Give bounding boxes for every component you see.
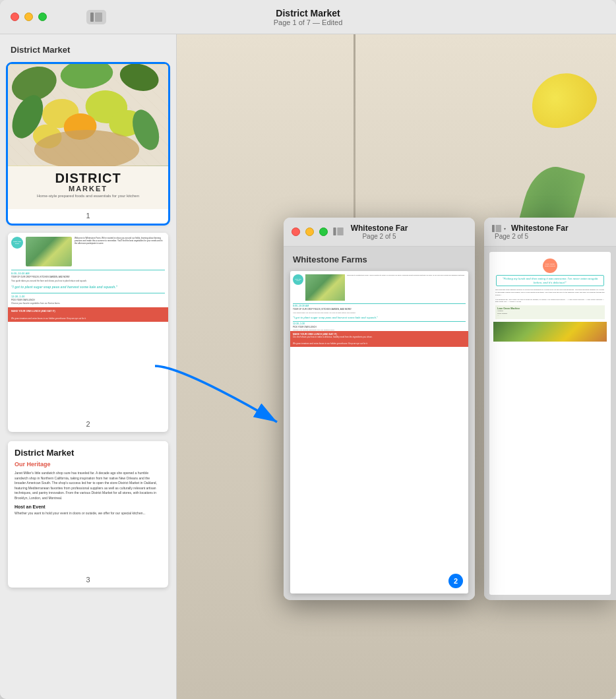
maximize-button[interactable] — [38, 13, 47, 21]
second-panel-toggle[interactable] — [333, 226, 344, 238]
svg-rect-17 — [333, 228, 336, 235]
thumb3-section-body: Whether you want to hold your event in d… — [15, 511, 162, 516]
third-pick-circle: PICK YOUROWN LUNCH — [543, 258, 557, 273]
ws-red-text: Our chef shows you how to make a delicio… — [293, 336, 466, 338]
cover-preview: DISTRICT MARKET Home-style prepared food… — [8, 64, 168, 209]
page-2-label: 2 — [8, 417, 168, 432]
third-document-subtitle: Page 2 of 5 — [495, 233, 569, 240]
minimize-button[interactable] — [24, 13, 33, 21]
close-button[interactable] — [11, 13, 19, 21]
window-title-area: District Market Page 1 of 7 — Edited — [274, 8, 343, 26]
ws-header: SIDE ANDDISH Welcome to Whitestone Farm.… — [290, 271, 468, 303]
third-window-body: PICK YOUROWN LUNCH "Picking my lunch and… — [484, 247, 616, 600]
ws-sched2: 12:30–1:30 PICK YOUR OWN LUNCH Choose yo… — [290, 321, 468, 331]
second-close-button[interactable] — [292, 228, 300, 236]
thumb2-text: Welcome to Whitestone Farm. We're excite… — [75, 237, 165, 266]
thumb2-quote: "I got to plant sugar snap peas and harv… — [8, 283, 168, 291]
svg-rect-19 — [492, 225, 495, 232]
third-page-content: PICK YOUROWN LUNCH "Picking my lunch and… — [489, 252, 611, 346]
svg-rect-20 — [495, 225, 501, 232]
second-traffic-lights — [292, 228, 328, 236]
thumb2-header: SIDE ANDDISH Welcome to Whitestone Farm.… — [8, 233, 168, 268]
panel-toggle-button[interactable] — [86, 10, 106, 24]
page-3-label: 3 — [8, 573, 168, 588]
sidebar[interactable]: District Market — [0, 34, 177, 699]
ws-bottom: We grow tomatoes and onion boxes in our … — [290, 340, 468, 347]
second-document-title: Whitestone Far — [351, 224, 408, 233]
thumb3-section: Host an Event — [15, 504, 162, 509]
page-thumb-1[interactable]: DISTRICT MARKET Home-style prepared food… — [8, 64, 168, 224]
thumb3-body: Janet Miller's little sandwich shop sure… — [15, 471, 162, 501]
second-title-area: Whitestone Far Page 2 of 5 — [351, 224, 408, 240]
page-thumb-2[interactable]: SIDE ANDDISH Welcome to Whitestone Farm.… — [8, 233, 168, 432]
page-1-label: 1 — [8, 209, 168, 224]
third-window[interactable]: ▾ Whitestone Far Page 2 of 5 PICK YOUROW… — [484, 218, 616, 600]
cover-tagline: Home-style prepared foods and essentials… — [15, 194, 162, 198]
ws-quote: "I got to plant sugar snap peas and harv… — [290, 315, 468, 320]
thumb3-subtitle: Our Heritage — [15, 461, 162, 468]
thumb2-bottom: We grow tomatoes and onion boxes in our … — [8, 315, 168, 322]
page-2-content: SIDE ANDDISH Welcome to Whitestone Farm.… — [8, 233, 168, 417]
second-window-label: Whitestone Farms — [290, 253, 468, 266]
thumb2-time3-label: MAKE YOUR OWN LUNCH (AND EAT IT) — [11, 310, 165, 313]
third-green-section: Lean Green Machine ArugulaMicro Greens..… — [495, 305, 605, 319]
third-veg-image — [493, 322, 607, 342]
thumb2-time1: 8:00–10:30 AM — [11, 270, 165, 275]
page-3-content: District Market Our Heritage Janet Mille… — [8, 441, 168, 573]
svg-rect-0 — [90, 13, 94, 22]
title-bar: District Market Page 1 of 7 — Edited — [0, 0, 616, 34]
cover-title: DISTRICT — [15, 171, 162, 185]
page-1-preview: DISTRICT MARKET Home-style prepared food… — [8, 64, 168, 209]
cover-text: DISTRICT MARKET Home-style prepared food… — [8, 166, 168, 209]
third-ingredients: ArugulaMicro Greens... — [497, 310, 603, 317]
ws-page-content: SIDE ANDDISH Welcome to Whitestone Farm.… — [290, 271, 468, 593]
thumb2-schedule: 8:00–10:30 AM TOUR OF OUR CROP FIELDS, K… — [8, 270, 168, 283]
thumb2-schedule2: 12:30–1:30 PICK YOUR OWN LUNCH Choose yo… — [8, 293, 168, 305]
second-window[interactable]: Whitestone Far Page 2 of 5 Whitestone Fa… — [284, 218, 475, 600]
page-3-preview: District Market Our Heritage Janet Mille… — [8, 441, 168, 573]
third-window-titlebar: ▾ Whitestone Far Page 2 of 5 — [484, 218, 616, 247]
thumb2-circle: SIDE ANDDISH — [11, 237, 23, 249]
ws-red: MAKE YOUR OWN LUNCH (AND EAT IT) Our che… — [290, 331, 468, 340]
ws-circle: SIDE ANDDISH — [293, 274, 303, 285]
second-page-preview: SIDE ANDDISH Welcome to Whitestone Farm.… — [290, 271, 468, 593]
second-window-titlebar: Whitestone Far Page 2 of 5 — [284, 218, 475, 247]
third-document-title: Whitestone Far — [511, 224, 569, 233]
traffic-lights — [11, 13, 47, 21]
document-title: District Market — [274, 8, 343, 18]
page-number-badge: 2 — [448, 574, 463, 588]
ws-text-col: Welcome to Whitestone Farm. We're excite… — [347, 274, 466, 301]
second-window-body: Whitestone Farms SIDE ANDDISH Welcome to… — [284, 247, 475, 600]
page-thumb-3[interactable]: District Market Our Heritage Janet Mille… — [8, 441, 168, 588]
thumb2-time2: 12:30–1:30 — [11, 293, 165, 298]
third-page: PICK YOUROWN LUNCH "Picking my lunch and… — [489, 252, 611, 595]
third-quote: "Picking my lunch and then eating it was… — [496, 275, 604, 286]
ws-photo — [305, 274, 345, 301]
ws-sched: 8:00–10:30 AM TOUR OF OUR CROP FIELDS, K… — [290, 303, 468, 315]
third-text-block: We'll split into three different section… — [493, 288, 607, 297]
thumb2-photo — [26, 237, 72, 266]
second-maximize-button[interactable] — [319, 228, 328, 236]
page-2-preview: SIDE ANDDISH Welcome to Whitestone Farm.… — [8, 233, 168, 417]
cover-subtitle: MARKET — [15, 185, 162, 193]
second-minimize-button[interactable] — [305, 228, 314, 236]
svg-rect-1 — [95, 13, 102, 22]
document-subtitle: Page 1 of 7 — Edited — [274, 18, 343, 26]
third-recipe-note: The following day, we'll show you how to… — [493, 297, 607, 304]
svg-rect-18 — [337, 228, 343, 235]
cover-image — [8, 64, 168, 166]
second-document-subtitle: Page 2 of 5 — [351, 233, 408, 240]
thumb2-red: MAKE YOUR OWN LUNCH (AND EAT IT) — [8, 307, 168, 315]
thumb3-title: District Market — [15, 448, 162, 458]
sidebar-document-title: District Market — [8, 45, 168, 55]
